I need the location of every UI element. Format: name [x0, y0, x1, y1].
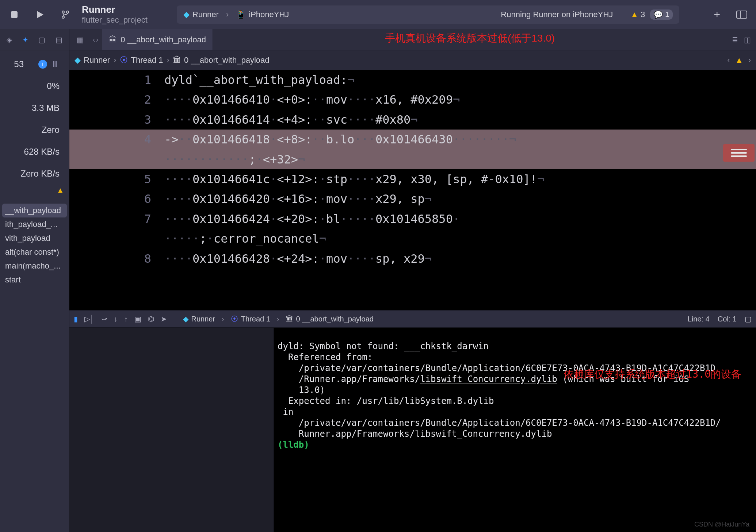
warnings-badge[interactable]: ▲ 3 [630, 10, 645, 19]
bank-icon: 🏛 [286, 315, 293, 323]
stack-frame[interactable]: alt(char const*) [2, 245, 67, 259]
panel-icon[interactable]: ▢ [745, 315, 752, 323]
sidebar-top-value: 53 [14, 59, 24, 69]
continue-button[interactable]: ▷│ [84, 315, 95, 323]
split-icon[interactable]: ◫ [744, 35, 751, 44]
debug-crumb-thread[interactable]: ⦿ Thread 1 [231, 315, 270, 323]
phone-icon: 📱 [236, 10, 246, 19]
cursor-line: Line: 4 [688, 315, 710, 323]
info-icon[interactable]: i [38, 60, 47, 69]
breakpoint-toggle[interactable]: ▮ [74, 315, 78, 323]
sidebar-top-row: 53 i ⏸ [0, 53, 65, 75]
nav-forward-icon[interactable]: › [96, 35, 99, 44]
run-button[interactable] [31, 5, 49, 24]
tag-icon[interactable]: ◈ [7, 35, 12, 44]
messages-badge[interactable]: 💬 1 [650, 9, 673, 20]
console-line: Expected in: /usr/lib/libSystem.B.dylib [278, 396, 494, 406]
console-line: 13.0) [278, 385, 325, 395]
console-line: /Runner.app/Frameworks/ [278, 374, 420, 384]
tab-label: 0 __abort_with_payload [121, 35, 206, 45]
step-out-button[interactable]: ↑ [124, 315, 128, 323]
variables-panel[interactable] [69, 328, 274, 532]
svg-marker-1 [37, 11, 43, 18]
console-area: dyld: Symbol not found: ___chkstk_darwin… [69, 328, 756, 532]
crumb-frame[interactable]: 🏛 0 __abort_with_payload [173, 55, 270, 65]
list-icon[interactable]: ▤ [56, 35, 62, 44]
console-dylib-name: libswift_Concurrency.dylib [420, 374, 557, 384]
warning-icon[interactable]: ▲ [735, 55, 743, 65]
console-line: /private/var/containers/Bundle/Applicati… [278, 418, 721, 428]
nav-forward-icon[interactable]: › [748, 55, 751, 65]
add-tab-button[interactable]: + [709, 8, 725, 21]
project-title: Runner [82, 4, 148, 15]
stack-frame[interactable]: start [2, 273, 67, 287]
svg-point-3 [62, 16, 64, 18]
device-segment[interactable]: 📱 iPhoneYHJ [236, 10, 289, 19]
box-icon[interactable]: ▢ [38, 35, 45, 44]
chevron-right-icon: › [114, 55, 116, 65]
step-over-button[interactable]: ⤻ [101, 315, 107, 323]
stack-frame[interactable]: main(macho_... [2, 259, 67, 273]
disk-metric[interactable]: 628 KB/s [0, 141, 65, 163]
view-hierarchy-icon[interactable]: ▣ [134, 315, 141, 323]
thread-icon: ⦿ [231, 315, 238, 323]
sidebar-warning-row: ▲ [0, 186, 69, 202]
sidebar-top-icons: ◈ ✦ ▢ ▤ [0, 29, 69, 50]
svg-rect-5 [737, 11, 747, 18]
crumb-project[interactable]: ◆ Runner [75, 55, 110, 65]
memory-metric[interactable]: 3.3 MB [0, 97, 65, 119]
nav-back-icon[interactable]: ‹ [728, 55, 730, 65]
svg-point-2 [62, 11, 64, 13]
spray-icon[interactable]: ✦ [22, 35, 28, 44]
bubble-icon: 💬 [654, 10, 663, 19]
svg-rect-0 [11, 11, 18, 18]
pause-icon[interactable]: ⏸ [51, 59, 60, 69]
annotation-top: 手机真机设备系统版本过低(低于13.0) [213, 29, 727, 50]
cpu-metric[interactable]: 0% [0, 75, 65, 97]
editor-breadcrumb: ◆ Runner › ⦿ Thread 1 › 🏛 0 __abort_with… [69, 50, 756, 70]
panes-toggle[interactable] [733, 5, 751, 24]
chevron-right-icon: › [222, 315, 224, 323]
debug-crumb-project[interactable]: ◆ Runner [183, 315, 215, 323]
warning-icon: ▲ [630, 10, 638, 19]
bank-icon: 🏛 [173, 55, 181, 65]
memory-graph-icon[interactable]: ⌬ [148, 315, 154, 323]
watermark: CSDN @HaiJunYa [694, 521, 749, 528]
project-subtitle: flutter_sec_project [82, 15, 148, 25]
console-line: Runner.app/Frameworks/libswift_Concurren… [278, 429, 552, 439]
lldb-prompt: (lldb) [278, 440, 309, 450]
device-label: iPhoneYHJ [249, 10, 289, 19]
crumb-thread[interactable]: ⦿ Thread 1 [120, 55, 163, 65]
energy-metric[interactable]: Zero [0, 119, 65, 141]
top-toolbar: Runner flutter_sec_project ◆ Runner › 📱 … [0, 0, 756, 29]
network-metric[interactable]: Zero KB/s [0, 163, 65, 185]
lldb-console[interactable]: dyld: Symbol not found: ___chkstk_darwin… [274, 328, 756, 532]
stack-frame[interactable]: __with_payload [2, 204, 67, 217]
location-icon[interactable]: ➤ [161, 315, 167, 323]
status-pill[interactable]: ◆ Runner › 📱 iPhoneYHJ Running Runner on… [177, 5, 680, 24]
running-status: Running Runner on iPhoneYHJ [501, 10, 613, 19]
minimap-icon[interactable]: ≣ [732, 35, 738, 44]
debug-crumb-frame[interactable]: 🏛 0 __abort_with_payload [286, 315, 374, 323]
project-title-block: Runner flutter_sec_project [82, 4, 148, 25]
stack-frame[interactable]: ith_payload_... [2, 217, 67, 231]
stack-frame[interactable]: vith_payload [2, 231, 67, 245]
flutter-icon: ◆ [183, 315, 188, 323]
flutter-icon: ◆ [75, 55, 81, 65]
console-line: Referenced from: [278, 352, 373, 362]
stack-list: __with_payload ith_payload_... vith_payl… [0, 202, 69, 288]
disassembly-editor[interactable]: 1dyld`__abort_with_payload:¬2····0x10146… [69, 70, 756, 310]
cursor-col: Col: 1 [718, 315, 737, 323]
chevron-right-icon: › [277, 315, 279, 323]
drag-handle[interactable] [723, 144, 755, 162]
grid-icon[interactable]: ▦ [77, 35, 84, 44]
branch-icon[interactable] [56, 5, 75, 24]
console-line: dyld: Symbol not found: ___chkstk_darwin [278, 341, 489, 351]
stop-button[interactable] [5, 5, 23, 24]
warning-icon: ▲ [57, 186, 64, 202]
scheme-label: Runner [192, 10, 219, 19]
step-into-button[interactable]: ↓ [114, 315, 118, 323]
scheme-segment[interactable]: ◆ Runner [183, 10, 219, 19]
active-tab[interactable]: 🏛 0 __abort_with_payload [102, 29, 213, 50]
nav-back-icon[interactable]: ‹ [93, 35, 95, 44]
